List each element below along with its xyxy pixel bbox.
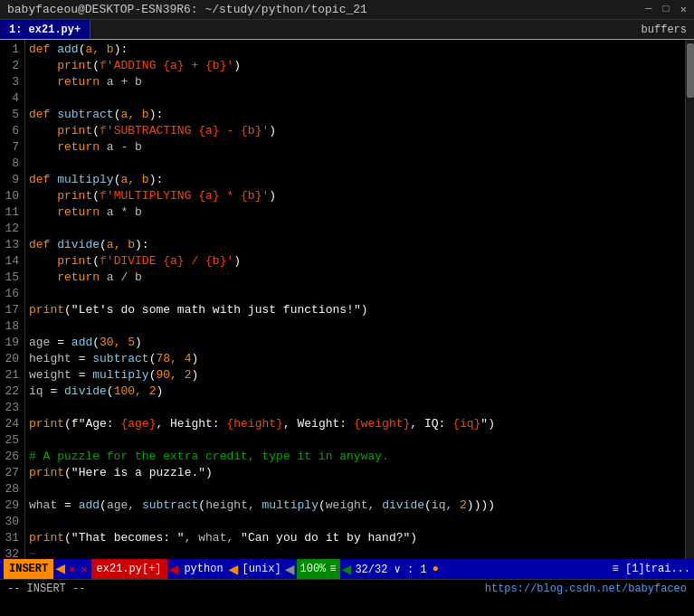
maximize-button[interactable]: □ (663, 3, 670, 16)
filename-indicator: ex21.py[+] (91, 559, 167, 579)
editor: 1 2 3 4 5 6 7 8 9 10 11 12 13 14 15 16 1… (0, 40, 694, 559)
filetype-indicator: python (180, 563, 226, 575)
x-marker2: ✕ (79, 563, 89, 576)
dot-indicator: ● (431, 563, 441, 575)
titlebar-title: babyfaceou@DESKTOP-ESN39R6: ~/study/pyth… (7, 3, 367, 16)
tab-ex21[interactable]: 1: ex21.py+ (0, 20, 90, 39)
scrollbar-thumb[interactable] (687, 43, 694, 98)
unix-arrow: ◀ (285, 559, 295, 579)
close-button[interactable]: ✕ (680, 3, 687, 16)
insertbar: -- INSERT -- https://blog.csdn.net/babyf… (0, 579, 694, 597)
titlebar: babyfaceou@DESKTOP-ESN39R6: ~/study/pyth… (0, 0, 694, 20)
statusbar: INSERT ◀ ✕ ✕ ex21.py[+] ◀ python ◀ [unix… (0, 559, 694, 579)
insert-mode-text: -- INSERT -- (7, 583, 85, 595)
code-area[interactable]: def add(a, b): print(f'ADDING {a} + {b}'… (25, 40, 685, 559)
unix-indicator: [unix] (240, 563, 282, 575)
filetype-arrow: ◀ (229, 559, 239, 579)
window-controls[interactable]: ─ □ ✕ (645, 3, 687, 16)
trail-indicator: ≡ [1]trai... (613, 563, 690, 575)
percent-indicator: 100% ≡ (297, 559, 340, 579)
scrollbar[interactable] (685, 40, 694, 559)
minimize-button[interactable]: ─ (645, 3, 651, 16)
x-marker: ✕ (67, 563, 77, 576)
filename-arrow: ◀ (169, 559, 179, 579)
buffers-label: buffers (634, 20, 694, 39)
position-indicator: 32/32 ∨ : 1 (353, 563, 428, 576)
equals-icon: ≡ (329, 563, 336, 575)
line-numbers: 1 2 3 4 5 6 7 8 9 10 11 12 13 14 15 16 1… (0, 40, 25, 559)
url-text: https://blog.csdn.net/babyfaceo (485, 583, 687, 595)
mode-arrow: ◀ (55, 561, 65, 577)
tabbar: 1: ex21.py+ buffers (0, 20, 694, 40)
percent-arrow: ◀ (342, 559, 352, 579)
